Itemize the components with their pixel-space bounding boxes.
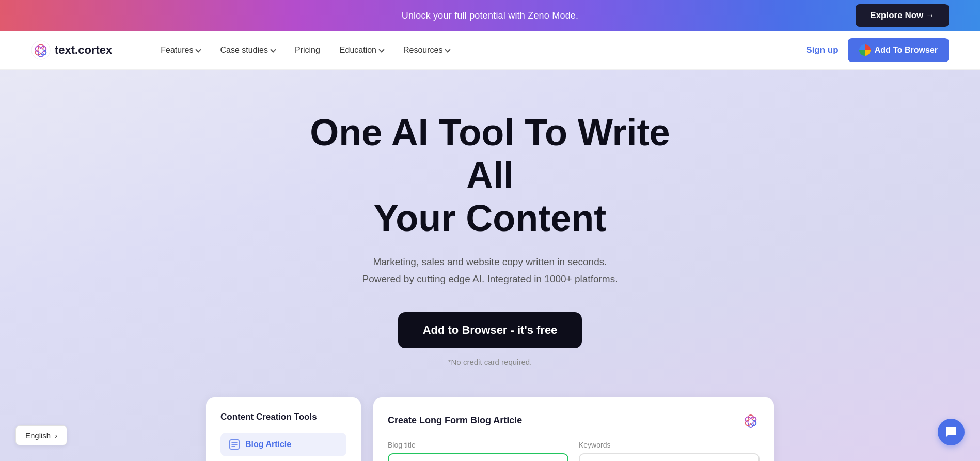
nav-pricing[interactable]: Pricing [288, 41, 327, 59]
banner-text: Unlock your full potential with Zeno Mod… [402, 10, 579, 21]
blog-form-card: Create Long Form Blog Article Blog title [373, 397, 774, 461]
nav-actions: Sign up Add To Browser [806, 38, 949, 62]
keywords-label: Keywords [579, 441, 760, 449]
navbar: text.cortex Features Case studies Pricin… [0, 31, 980, 70]
hero-subtitle: Marketing, sales and website copy writte… [362, 254, 618, 287]
chat-icon [945, 426, 957, 438]
hero-section: One AI Tool To Write All Your Content Ma… [0, 70, 980, 461]
blog-title-group: Blog title ✓ Looks good! [388, 441, 568, 461]
blog-article-item[interactable]: Blog Article [220, 433, 346, 456]
logo-text: text.cortex [55, 43, 112, 57]
ai-logo-icon [742, 412, 760, 429]
top-banner: Unlock your full potential with Zeno Mod… [0, 0, 980, 31]
nav-features[interactable]: Features [153, 41, 208, 59]
chrome-icon [859, 44, 871, 56]
keywords-input[interactable] [579, 453, 760, 461]
chevron-down-icon [270, 47, 276, 52]
cards-row: Content Creation Tools Blog Article Prod… [206, 397, 774, 461]
blog-article-icon [229, 439, 240, 450]
logo-icon [31, 40, 51, 60]
form-title: Create Long Form Blog Article [388, 415, 522, 426]
language-label: English [25, 431, 51, 440]
chevron-down-icon [378, 47, 384, 52]
content-tools-title: Content Creation Tools [220, 412, 346, 422]
logo[interactable]: text.cortex [31, 40, 112, 60]
content-tools-card: Content Creation Tools Blog Article Prod… [206, 397, 361, 461]
chevron-down-icon [196, 47, 201, 52]
form-header: Create Long Form Blog Article [388, 412, 760, 429]
chevron-down-icon [445, 47, 451, 52]
svg-point-7 [39, 49, 43, 53]
sign-up-button[interactable]: Sign up [806, 45, 838, 55]
blog-title-input-wrap: ✓ [388, 453, 568, 461]
form-row: Blog title ✓ Looks good! Keywords Hint: … [388, 441, 760, 461]
svg-point-19 [749, 419, 753, 423]
language-selector[interactable]: English › [15, 425, 67, 445]
keywords-input-wrap [579, 453, 760, 461]
nav-links: Features Case studies Pricing Education … [153, 41, 806, 59]
keywords-group: Keywords Hint: Type and press enter [579, 441, 760, 461]
explore-now-button[interactable]: Explore Now → [856, 4, 949, 27]
hero-title: One AI Tool To Write All Your Content [309, 111, 671, 239]
nav-resources[interactable]: Resources [396, 41, 457, 59]
nav-case-studies[interactable]: Case studies [213, 41, 282, 59]
hero-cta-button[interactable]: Add to Browser - it's free [398, 312, 582, 348]
no-card-text: *No credit card required. [448, 358, 532, 366]
nav-education[interactable]: Education [333, 41, 391, 59]
language-arrow: › [55, 431, 57, 440]
blog-title-label: Blog title [388, 441, 568, 449]
blog-title-input[interactable] [388, 453, 568, 461]
add-to-browser-nav-button[interactable]: Add To Browser [848, 38, 949, 62]
chat-bubble-button[interactable] [938, 419, 965, 445]
